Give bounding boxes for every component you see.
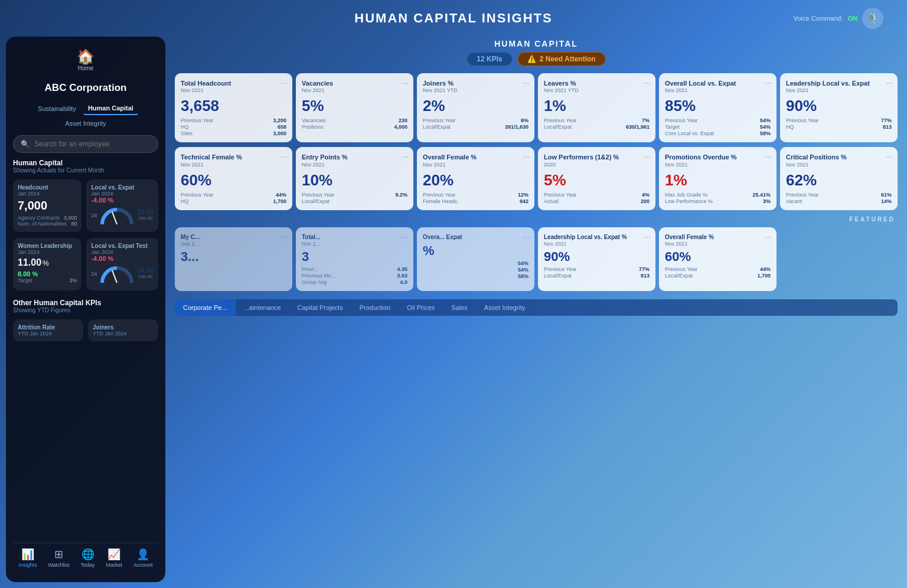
fcard4-meta: Previous Year77% Local/Expat813	[544, 266, 650, 279]
fcard5-period: Nov 2021	[665, 241, 771, 247]
card8-value: 10%	[302, 171, 407, 190]
app-container: HUMAN CAPITAL INSIGHTS Voice Command: ON…	[0, 0, 907, 588]
home-nav[interactable]: 🏠 Home	[13, 46, 158, 76]
card-low-performers: ··· Low Performers (1&2) % 2020 5% Previ…	[538, 147, 655, 210]
attrition-title: Attrition Rate	[18, 324, 79, 331]
fcard-menu-3[interactable]: ···	[523, 232, 530, 241]
card11-period: Nov 2021	[665, 162, 771, 168]
tab-capital-projects[interactable]: Capital Projects	[289, 299, 351, 316]
nav-insights[interactable]: 📊 Insights	[18, 548, 37, 568]
card-menu-1[interactable]: ···	[280, 78, 288, 87]
card-leadership-expat: ··· Leadership Local vs. Expat Nov 2021 …	[780, 73, 898, 142]
tab-asset-integrity[interactable]: Asset Integrity	[476, 299, 534, 316]
page-title: HUMAN CAPITAL INSIGHTS	[354, 11, 552, 26]
featured-label: FEATURED	[849, 216, 898, 223]
card-menu-2[interactable]: ···	[402, 78, 409, 87]
card5-period: Nov 2021	[665, 87, 771, 93]
fcard-menu-4[interactable]: ···	[644, 232, 651, 241]
tab-human-capital[interactable]: Human Capital	[83, 102, 138, 115]
card-menu-4[interactable]: ···	[644, 78, 651, 87]
featured-card-3: ··· Overa... Expat % 54% 54% 58%	[417, 227, 534, 291]
headcount-card: Headcount Jan 2024 7,000 Agency Contract…	[13, 179, 81, 232]
tab-oil-prices[interactable]: Oil Prices	[399, 299, 443, 316]
card-local-expat: ··· Overall Local vs. Expat Nov 2021 85%…	[659, 73, 777, 142]
fcard5-value: 60%	[665, 249, 771, 264]
card10-period: 2020	[544, 162, 650, 168]
section2-subtitle: Showing YTD Figures	[13, 307, 158, 313]
voice-command-area: Voice Command: ON 🎙️	[794, 8, 883, 29]
card-menu-11[interactable]: ···	[765, 152, 772, 161]
tab-sustainability[interactable]: Sustainability	[33, 102, 81, 115]
fcard4-period: Nov 2021	[544, 241, 650, 247]
fcard-menu-1[interactable]: ···	[280, 232, 288, 241]
card-menu-10[interactable]: ···	[644, 152, 651, 161]
card1-period: Nov 2021	[181, 87, 286, 93]
card1-meta: Previous Year3,200 HQ658 Sites3,000	[181, 117, 286, 136]
attention-badge[interactable]: ⚠️ 2 Need Attention	[517, 52, 606, 66]
card3-meta: Previous Year6% Local/Expat391/1,630	[423, 117, 528, 130]
card-menu-7[interactable]: ···	[280, 152, 288, 161]
local-expat-test-title: Local vs. Expat Test	[91, 243, 154, 249]
tab-asset-integrity[interactable]: Asset Integrity	[60, 117, 111, 129]
women-leadership-value: 11.00	[18, 257, 41, 268]
card-menu-8[interactable]: ···	[402, 152, 409, 161]
section1-header: Human Capital Showing Actuals for Curren…	[13, 159, 158, 174]
card11-title: Promotions Overdue %	[665, 153, 771, 161]
card2-meta: Vacancies230 Positions4,000	[302, 117, 407, 130]
today-icon: 🌐	[81, 548, 94, 561]
card-overall-female: ··· Overall Female % Nov 2021 20% Previo…	[417, 147, 534, 210]
card4-title: Leavers %	[544, 79, 650, 87]
nav-today[interactable]: 🌐 Today	[81, 548, 95, 568]
card-menu-3[interactable]: ···	[523, 78, 530, 87]
fcard2-meta: Previ...4.35 Previous Mo...3.63 Group Av…	[302, 266, 407, 285]
fcard4-title: Leadership Local vs. Expat %	[544, 233, 650, 241]
insights-label: Insights	[18, 562, 37, 568]
local-expat-test-delta: -4.00 %	[91, 255, 154, 262]
gauge-target-2: 100.00	[138, 274, 152, 279]
nav-account[interactable]: 👤 Account	[133, 548, 153, 568]
fcard3-title: Overa... Expat	[423, 233, 528, 241]
attrition-period: YTD Jan 2024	[18, 331, 79, 337]
search-input[interactable]	[34, 140, 151, 148]
kpi-grid-other: Attrition Rate YTD Jan 2024 Joiners YTD …	[13, 319, 158, 341]
card-menu-9[interactable]: ···	[523, 152, 530, 161]
card1-value: 3,658	[181, 97, 286, 115]
svg-line-0	[112, 212, 117, 224]
nav-tabs: Sustainability Human Capital Asset Integ…	[13, 102, 158, 129]
card8-meta: Previous Year9.2% Local/Expat	[302, 192, 407, 204]
tab-maintenance[interactable]: ...aintenance	[236, 299, 289, 316]
tab-production[interactable]: Production	[351, 299, 399, 316]
card-menu-5[interactable]: ···	[765, 78, 772, 87]
mic-button[interactable]: 🎙️	[862, 8, 883, 29]
fcard3-value: %	[423, 243, 528, 259]
bottom-tabs: Corporate Pe... ...aintenance Capital Pr…	[175, 299, 898, 316]
card12-title: Critical Positions %	[786, 153, 892, 161]
card5-title: Overall Local vs. Expat	[665, 79, 771, 87]
kpis-badge[interactable]: 12 KPIs	[466, 52, 512, 66]
featured-card-1: ··· My C... Sep 2... 3...	[175, 227, 292, 291]
women-leadership-card: Women Leadership Jan 2024 11.00 % 8.00 %…	[13, 238, 81, 290]
women-leadership-green: 8.00 %	[18, 270, 77, 277]
kpi-grid-main: Headcount Jan 2024 7,000 Agency Contract…	[13, 179, 158, 232]
dashboard: HUMAN CAPITAL 12 KPIs ⚠️ 2 Need Attentio…	[165, 37, 907, 588]
fcard2-value: 3	[302, 249, 407, 264]
fcard-menu-2[interactable]: ···	[402, 232, 409, 241]
featured-card-2: ··· Total... Nov 2... 3 Previ...4.35 Pre…	[296, 227, 413, 291]
section2-header: Other Human Capital KPIs Showing YTD Fig…	[13, 299, 158, 313]
card-vacancies: ··· Vacancies Nov 2021 5% Vacancies230 P…	[296, 73, 413, 142]
card5-value: 85%	[665, 97, 771, 115]
women-leadership-target: Target 3%	[18, 277, 77, 283]
card-menu-12[interactable]: ···	[886, 152, 893, 161]
card2-title: Vacancies	[302, 79, 407, 87]
sidebar: 🏠 Home ABC Corporation Sustainability Hu…	[6, 37, 165, 582]
tab-corporate-pe[interactable]: Corporate Pe...	[175, 299, 236, 316]
card-menu-6[interactable]: ···	[886, 78, 893, 87]
gauge-value-2: 20.00	[137, 267, 154, 274]
market-icon: 📈	[107, 548, 120, 561]
headcount-value: 7,000	[18, 199, 77, 213]
nav-market[interactable]: 📈 Market	[106, 548, 123, 568]
fcard-menu-5[interactable]: ···	[765, 232, 772, 241]
nav-watchlist[interactable]: ⊞ Watchlist	[48, 548, 69, 568]
tab-sales[interactable]: Sales	[443, 299, 476, 316]
card10-value: 5%	[544, 171, 650, 190]
